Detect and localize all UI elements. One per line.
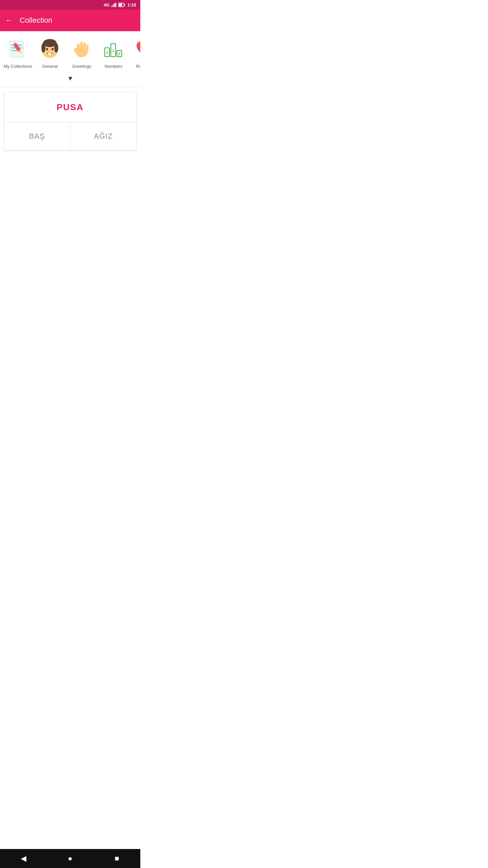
general-label: General [42,64,58,69]
heart-icon [135,38,140,60]
waving-hand-icon [71,38,93,60]
card-right-word: AĞIZ [94,132,113,141]
svg-rect-30 [83,42,86,51]
svg-rect-26 [48,53,52,55]
card-left-word: BAŞ [29,132,45,141]
svg-rect-31 [86,44,88,51]
numbers-label: Numbers [105,64,123,69]
svg-text:1: 1 [112,48,114,53]
category-my-collections[interactable]: My Collections [3,37,33,69]
time-label: 1:16 [127,2,136,7]
romance-icon-wrapper [133,37,140,62]
flashcard[interactable]: PUSA BAŞ AĞIZ [4,93,136,150]
divider [0,87,140,87]
status-bar: 4G ⚡ 1:16 [0,0,140,9]
svg-point-22 [46,51,47,52]
card-top[interactable]: PUSA [4,93,136,122]
app-bar: ← Collection [0,9,140,31]
chevron-down-section[interactable]: ▾ [0,72,140,87]
romance-label: Romance [136,64,140,69]
girl-face-icon [39,38,61,60]
svg-point-18 [41,43,45,53]
app-bar-title: Collection [20,16,53,25]
category-general[interactable]: General [35,37,65,69]
signal-label: 4G [104,2,109,7]
greetings-label: Greetings [72,64,91,69]
category-greetings[interactable]: Greetings [66,37,97,69]
status-icons: 4G ⚡ 1:16 [104,2,136,7]
svg-point-20 [46,48,48,50]
svg-point-25 [52,52,53,53]
svg-point-23 [47,52,48,53]
svg-rect-1 [113,4,114,7]
signal-icon [111,3,117,7]
category-romance[interactable]: Romance [130,37,140,69]
my-collections-icon-wrapper [5,37,30,62]
svg-rect-3 [115,3,116,7]
svg-point-24 [53,51,54,52]
back-button[interactable]: ← [5,16,13,25]
card-left-option[interactable]: BAŞ [4,122,70,150]
categories-row: My Collections [0,31,140,72]
card-right-option[interactable]: AĞIZ [70,122,137,150]
general-icon-wrapper [37,37,62,62]
notebook-pencil-icon [7,38,29,60]
my-collections-label: My Collections [4,64,33,69]
svg-rect-0 [111,5,112,7]
numbers-chart-icon: 2 1 3 [103,38,124,60]
svg-text:3: 3 [118,52,120,56]
svg-rect-2 [114,3,115,7]
card-main-word: PUSA [57,102,84,113]
svg-text:2: 2 [106,51,108,55]
chevron-down-icon[interactable]: ▾ [68,74,72,83]
category-numbers[interactable]: 2 1 3 Numbers [98,37,129,69]
svg-rect-6 [124,4,125,6]
svg-rect-29 [80,42,83,51]
numbers-icon-wrapper: 2 1 3 [101,37,126,62]
svg-point-19 [54,43,58,53]
svg-text:⚡: ⚡ [119,3,122,6]
card-bottom: BAŞ AĞIZ [4,122,136,150]
svg-point-21 [52,48,54,50]
greetings-icon-wrapper [69,37,94,62]
battery-icon: ⚡ [118,3,126,7]
